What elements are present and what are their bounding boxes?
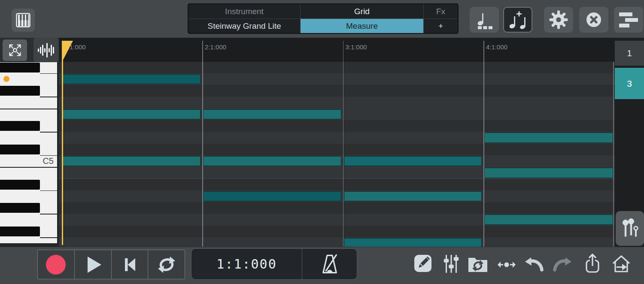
midi-note-A4-m3[interactable] bbox=[344, 191, 482, 202]
grid-row-Fs5 bbox=[59, 85, 615, 97]
play-icon bbox=[88, 257, 101, 273]
share-button[interactable] bbox=[585, 253, 600, 275]
close-button[interactable] bbox=[579, 7, 608, 33]
top-toolbar: Instrument Grid Fx Steinway Grand Lite M… bbox=[0, 0, 644, 38]
add-note-button[interactable] bbox=[503, 7, 532, 33]
waveform-icon bbox=[37, 42, 56, 59]
edit-pencil-icon bbox=[414, 254, 432, 272]
pattern-selector-sidebar: 1 3 bbox=[615, 38, 644, 247]
sync-folder-button[interactable] bbox=[467, 254, 489, 273]
velocity-wave-button[interactable] bbox=[33, 38, 59, 62]
ruler-measure-label: 3:1:000 bbox=[346, 43, 367, 51]
sliders-icon bbox=[444, 254, 459, 274]
ruler-measure-tick bbox=[483, 41, 484, 62]
tab-instrument[interactable]: Instrument bbox=[188, 4, 301, 18]
time-display[interactable]: 1:1:000 bbox=[191, 249, 302, 279]
midi-note-C5-m1[interactable] bbox=[63, 156, 201, 166]
midi-note-F4-m3[interactable] bbox=[344, 238, 482, 247]
white-key-separator bbox=[40, 237, 58, 238]
midi-note-G4-m4[interactable] bbox=[484, 215, 613, 225]
grid-row-Fs4 bbox=[59, 226, 615, 238]
redo-button[interactable] bbox=[553, 256, 572, 272]
midi-note-G5-m1[interactable] bbox=[63, 74, 201, 85]
grid-row-Cs5 bbox=[59, 144, 615, 156]
loop-icon bbox=[156, 255, 177, 275]
piano-key-black-Gs4[interactable] bbox=[0, 203, 40, 213]
piano-key-black-Fs5[interactable] bbox=[0, 86, 40, 96]
timeline-ruler[interactable]: 1:1:0002:1:0003:1:0004:1:000 bbox=[59, 38, 615, 62]
white-key-separator-full bbox=[0, 109, 58, 109]
piano-key-black-Fs4[interactable] bbox=[0, 227, 40, 236]
pattern-item-1[interactable]: 1 bbox=[615, 41, 644, 66]
piano-keyboard-icon bbox=[15, 12, 31, 28]
ruler-measure-label: 2:1:000 bbox=[205, 43, 226, 51]
play-button[interactable] bbox=[75, 250, 112, 279]
active-key-dot bbox=[3, 76, 9, 82]
tab-fx[interactable]: Fx bbox=[424, 4, 458, 18]
rewind-to-start-button[interactable] bbox=[112, 250, 149, 279]
instrument-grid-fx-panel: Instrument Grid Fx Steinway Grand Lite M… bbox=[188, 3, 459, 34]
quantize-note-icon bbox=[474, 9, 495, 30]
playhead-line bbox=[62, 41, 63, 245]
midi-note-B4-m4[interactable] bbox=[484, 168, 613, 178]
redo-arrow-icon bbox=[553, 256, 572, 272]
undo-arrow-icon bbox=[525, 256, 544, 272]
undo-button[interactable] bbox=[525, 256, 544, 272]
grid-row-Ds5 bbox=[59, 120, 615, 132]
white-key-separator bbox=[40, 132, 58, 133]
note-grid[interactable] bbox=[59, 62, 615, 247]
pan-scroll-button[interactable] bbox=[497, 260, 516, 269]
tab-grid[interactable]: Grid bbox=[301, 4, 424, 18]
midi-note-D5-m4[interactable] bbox=[484, 133, 613, 143]
mixer-sliders-button[interactable] bbox=[444, 254, 459, 274]
grid-row-F5 bbox=[59, 97, 615, 109]
close-circle-icon bbox=[584, 10, 603, 29]
piano-keyboard[interactable]: C5 bbox=[0, 62, 58, 243]
octave-label-c5: C5 bbox=[28, 156, 54, 166]
record-button[interactable] bbox=[38, 250, 75, 279]
white-key-separator bbox=[40, 73, 58, 74]
grid-measure-line bbox=[202, 62, 203, 247]
grid-value: Measure bbox=[301, 19, 423, 33]
white-key-separator bbox=[40, 97, 58, 97]
piano-view-button[interactable] bbox=[12, 9, 35, 32]
folder-sync-icon bbox=[467, 254, 489, 273]
grid-row-F4 bbox=[59, 237, 615, 247]
quantize-button[interactable] bbox=[470, 7, 499, 33]
pattern-item-3[interactable]: 3 bbox=[615, 68, 644, 99]
white-key-separator bbox=[40, 214, 58, 215]
velocity-tools-button[interactable] bbox=[616, 211, 644, 246]
metronome-button[interactable] bbox=[302, 249, 357, 279]
settings-button[interactable] bbox=[544, 7, 573, 33]
midi-note-C5-m2[interactable] bbox=[203, 156, 341, 166]
metronome-icon bbox=[320, 254, 339, 275]
piano-key-black-Cs5[interactable] bbox=[0, 145, 40, 154]
piano-key-black-Ds5[interactable] bbox=[0, 121, 40, 131]
piano-key-black-As4[interactable] bbox=[0, 180, 40, 190]
daw-piano-roll-screen: Instrument Grid Fx Steinway Grand Lite M… bbox=[0, 0, 644, 284]
horizontal-pan-icon bbox=[497, 260, 516, 269]
midi-note-E5-m2[interactable] bbox=[203, 109, 341, 120]
midi-note-E5-m1[interactable] bbox=[63, 109, 201, 120]
transport-toolbar: 1:1:000 bbox=[0, 247, 644, 284]
midi-note-A4-m2[interactable] bbox=[203, 191, 341, 202]
fx-add-button[interactable]: + bbox=[424, 19, 458, 33]
tracks-view-button[interactable] bbox=[614, 7, 643, 33]
expand-view-button[interactable] bbox=[3, 39, 27, 61]
grid-measure-line bbox=[343, 62, 344, 247]
grid-right-edge bbox=[613, 62, 614, 247]
transport-buttons bbox=[37, 250, 185, 279]
add-note-icon bbox=[507, 9, 529, 30]
note-pins-icon bbox=[621, 218, 639, 240]
playhead-marker[interactable] bbox=[62, 41, 73, 60]
gear-icon bbox=[549, 10, 568, 30]
edit-mode-button[interactable] bbox=[414, 254, 432, 272]
instrument-value[interactable]: Steinway Grand Lite bbox=[188, 19, 301, 33]
roll-corner-tools bbox=[0, 38, 59, 62]
midi-note-C5-m3[interactable] bbox=[344, 156, 482, 166]
loop-button[interactable] bbox=[148, 250, 185, 279]
grid-value-cell[interactable]: Measure bbox=[301, 19, 424, 33]
piano-key-black-Gs5[interactable] bbox=[0, 63, 40, 73]
expand-arrows-icon bbox=[7, 42, 23, 58]
export-to-button[interactable] bbox=[611, 254, 631, 274]
